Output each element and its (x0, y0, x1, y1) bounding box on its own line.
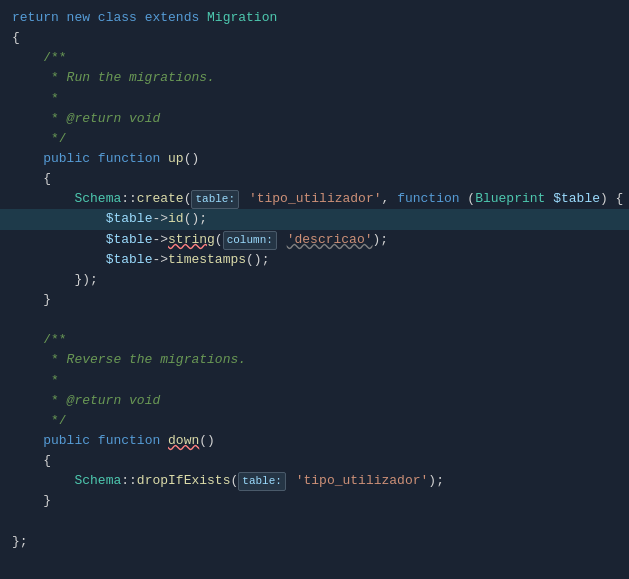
code-token: */ (12, 129, 67, 149)
code-token: table: (191, 190, 239, 209)
code-token: id (168, 209, 184, 229)
code-token (121, 391, 129, 411)
code-line: { (0, 451, 629, 471)
code-token: :: (121, 189, 137, 209)
code-token: -> (152, 209, 168, 229)
code-token: public (43, 149, 98, 169)
code-line: }; (0, 532, 629, 552)
code-line: */ (0, 129, 629, 149)
code-line: $table->id(); (0, 209, 629, 229)
code-token: * (12, 371, 59, 391)
code-token: @return (67, 109, 122, 129)
code-line: { (0, 169, 629, 189)
code-line: return new class extends Migration (0, 8, 629, 28)
code-token: (); (246, 250, 269, 270)
code-token: function (98, 149, 168, 169)
code-token: ); (428, 471, 444, 491)
code-token: void (129, 109, 160, 129)
code-token: 'tipo_utilizador' (296, 471, 429, 491)
code-token: } (12, 290, 51, 310)
code-token: () (199, 431, 215, 451)
code-token: */ (12, 411, 67, 431)
code-token: -> (152, 230, 168, 250)
code-token: ) { (600, 189, 623, 209)
code-token: new (67, 8, 98, 28)
code-token: Migration (207, 8, 277, 28)
code-token: * (12, 68, 67, 88)
code-token: $table (106, 250, 153, 270)
code-token: ); (373, 230, 389, 250)
code-line: $table->timestamps(); (0, 250, 629, 270)
code-line: * Run the migrations. (0, 68, 629, 88)
code-token: * (12, 350, 67, 370)
code-token: Schema (74, 471, 121, 491)
code-token: :: (121, 471, 137, 491)
code-token (12, 230, 106, 250)
code-line: } (0, 290, 629, 310)
code-token (12, 189, 74, 209)
code-line (0, 512, 629, 532)
code-token: , (382, 189, 398, 209)
code-token (279, 230, 287, 250)
code-token: Blueprint (475, 189, 545, 209)
code-token: up (168, 149, 184, 169)
code-line: * Reverse the migrations. (0, 350, 629, 370)
code-token: $table (106, 230, 153, 250)
code-line: { (0, 28, 629, 48)
code-line: * (0, 371, 629, 391)
code-token: * (12, 89, 59, 109)
code-token: -> (152, 250, 168, 270)
code-token: ( (215, 230, 223, 250)
code-token: ( (467, 189, 475, 209)
code-token: Reverse the migrations. (67, 350, 246, 370)
code-line: * @return void (0, 109, 629, 129)
code-token (12, 471, 74, 491)
code-token: { (12, 28, 20, 48)
code-token: function (98, 431, 168, 451)
code-token: string (168, 230, 215, 250)
code-token: }); (12, 270, 98, 290)
code-token: } (12, 491, 51, 511)
code-token: Schema (74, 189, 121, 209)
code-token: create (137, 189, 184, 209)
code-token: /** (12, 48, 67, 68)
code-token: Run the migrations. (67, 68, 215, 88)
code-token: 'descricao' (287, 230, 373, 250)
code-token: timestamps (168, 250, 246, 270)
code-line: * @return void (0, 391, 629, 411)
code-token: $table (106, 209, 153, 229)
code-line (0, 310, 629, 330)
code-line: }); (0, 270, 629, 290)
code-token: @return (67, 391, 122, 411)
code-editor: return new class extends Migration{ /** … (0, 0, 629, 579)
code-line: Schema::dropIfExists(table: 'tipo_utiliz… (0, 471, 629, 491)
code-token (121, 109, 129, 129)
code-lines: return new class extends Migration{ /** … (0, 8, 629, 552)
code-token: /** (12, 330, 67, 350)
code-token: { (12, 451, 51, 471)
code-token: }; (12, 532, 28, 552)
code-token: $table (553, 189, 600, 209)
code-token: function (397, 189, 467, 209)
code-token: 'tipo_utilizador' (249, 189, 382, 209)
code-line: * (0, 89, 629, 109)
code-line: */ (0, 411, 629, 431)
code-token: * (12, 109, 67, 129)
code-token (12, 149, 43, 169)
code-token: return (12, 8, 67, 28)
code-line: /** (0, 48, 629, 68)
code-line: public function up() (0, 149, 629, 169)
code-token (545, 189, 553, 209)
code-token: public (43, 431, 98, 451)
code-token: table: (238, 472, 286, 491)
code-token: (); (184, 209, 207, 229)
code-line: /** (0, 330, 629, 350)
code-token: () (184, 149, 200, 169)
code-token: ( (184, 189, 192, 209)
code-token (12, 209, 106, 229)
code-line: $table->string(column: 'descricao'); (0, 230, 629, 250)
code-line: public function down() (0, 431, 629, 451)
code-token: * (12, 391, 67, 411)
code-token: { (12, 169, 51, 189)
code-token (241, 189, 249, 209)
